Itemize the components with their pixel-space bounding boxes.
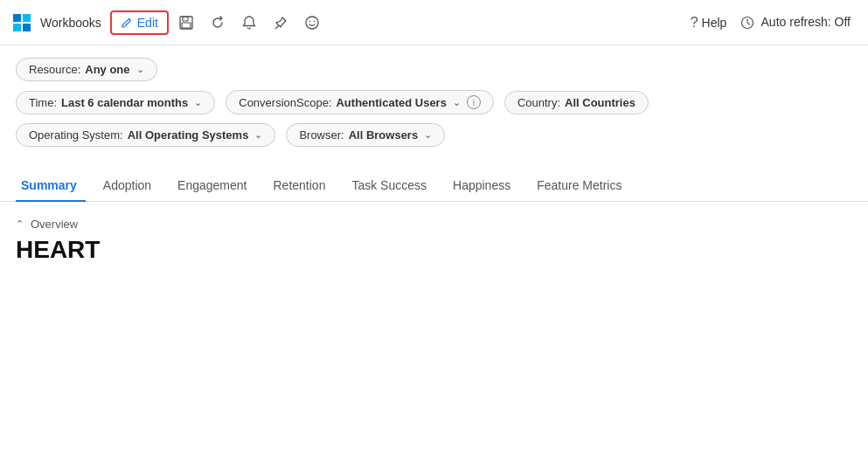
- tab-adoption[interactable]: Adoption: [98, 171, 165, 201]
- toolbar: Workbooks Edit: [0, 0, 868, 45]
- tab-feature-metrics[interactable]: Feature Metrics: [531, 171, 635, 201]
- browser-chevron: ⌄: [424, 129, 432, 141]
- feedback-button[interactable]: [298, 9, 326, 37]
- browser-label: Browser:: [299, 128, 344, 142]
- browser-value: All Browsers: [349, 128, 418, 142]
- os-filter[interactable]: Operating System: All Operating Systems …: [16, 123, 275, 147]
- overview-chevron-icon: ⌃: [16, 218, 24, 230]
- svg-rect-5: [183, 17, 188, 21]
- os-value: All Operating Systems: [128, 128, 249, 142]
- time-label: Time:: [29, 96, 57, 109]
- autorefresh-icon: [740, 16, 754, 30]
- resource-value: Any one: [85, 63, 129, 76]
- tab-summary[interactable]: Summary: [16, 171, 91, 201]
- os-label: Operating System:: [29, 128, 123, 142]
- workbooks-label: Workbooks: [40, 16, 101, 30]
- pin-button[interactable]: [267, 9, 295, 37]
- overview-label: Overview: [31, 218, 78, 231]
- conversion-scope-info-icon[interactable]: i: [467, 95, 481, 109]
- filter-row-2: Time: Last 6 calendar months ⌄ Conversio…: [16, 90, 852, 114]
- save-icon: [178, 15, 194, 31]
- resource-filter[interactable]: Resource: Any one ⌄: [16, 58, 157, 81]
- app-logo: [12, 13, 31, 32]
- bell-icon: [241, 15, 257, 31]
- content-area: ⌃ Overview HEART: [0, 202, 868, 280]
- resource-chevron: ⌄: [136, 64, 144, 75]
- svg-point-8: [306, 17, 318, 29]
- conversion-scope-chevron: ⌄: [453, 97, 461, 108]
- filters-area: Resource: Any one ⌄ Time: Last 6 calenda…: [0, 45, 868, 154]
- time-filter[interactable]: Time: Last 6 calendar months ⌄: [16, 91, 215, 114]
- svg-point-10: [314, 20, 316, 22]
- filter-row-3: Operating System: All Operating Systems …: [16, 123, 852, 147]
- tabs-container: Summary Adoption Engagement Retention Ta…: [0, 161, 868, 202]
- country-value: All Countries: [565, 96, 635, 109]
- tab-task-success[interactable]: Task Success: [346, 171, 441, 201]
- svg-rect-6: [182, 23, 191, 28]
- os-chevron: ⌄: [254, 129, 262, 141]
- country-filter[interactable]: Country: All Countries: [504, 91, 649, 114]
- svg-point-9: [309, 20, 311, 22]
- edit-icon: [121, 17, 133, 29]
- svg-rect-3: [23, 24, 31, 31]
- tab-retention[interactable]: Retention: [268, 171, 340, 201]
- help-icon: ?: [691, 15, 698, 31]
- refresh-icon: [210, 15, 226, 31]
- svg-rect-2: [13, 24, 21, 31]
- overview-header[interactable]: ⌃ Overview: [16, 218, 852, 231]
- svg-rect-1: [23, 14, 31, 22]
- save-button[interactable]: [172, 9, 200, 37]
- filter-row-1: Resource: Any one ⌄: [16, 58, 852, 81]
- pin-icon: [273, 15, 288, 31]
- autorefresh-label: Auto refresh: Off: [761, 15, 851, 29]
- help-label: Help: [702, 16, 727, 30]
- refresh-button[interactable]: [204, 9, 232, 37]
- svg-rect-0: [13, 14, 21, 22]
- conversion-scope-value: Authenticated Users: [336, 96, 446, 109]
- resource-label: Resource:: [29, 63, 80, 76]
- time-value: Last 6 calendar months: [61, 96, 188, 109]
- smiley-icon: [304, 15, 320, 31]
- autorefresh-button[interactable]: Auto refresh: Off: [735, 11, 856, 33]
- tab-engagement[interactable]: Engagement: [172, 171, 260, 201]
- time-chevron: ⌄: [194, 97, 202, 108]
- conversion-scope-label: ConversionScope:: [239, 96, 331, 109]
- tab-happiness[interactable]: Happiness: [448, 171, 524, 201]
- help-button[interactable]: ? Help: [685, 11, 733, 34]
- edit-button[interactable]: Edit: [110, 10, 169, 35]
- conversion-scope-filter[interactable]: ConversionScope: Authenticated Users ⌄ i: [226, 90, 494, 114]
- notification-button[interactable]: [235, 9, 263, 37]
- svg-line-7: [275, 25, 279, 29]
- browser-filter[interactable]: Browser: All Browsers ⌄: [286, 123, 445, 147]
- heart-title: HEART: [16, 236, 852, 264]
- edit-label: Edit: [137, 16, 158, 30]
- country-label: Country:: [517, 96, 560, 109]
